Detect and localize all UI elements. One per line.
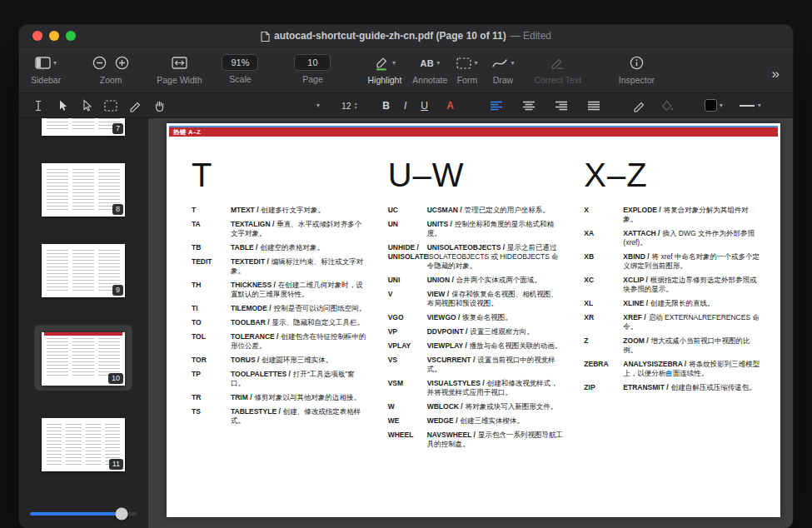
highlight-button[interactable]: ▾ Highlight	[367, 54, 401, 85]
shortcut-entry: Z ZOOM /增大或减小当前视口中视图的比例。	[584, 336, 760, 355]
command-description: 管理已定义的用户坐标系。	[465, 206, 550, 214]
scale-field-group: 91% Scale	[222, 54, 258, 84]
bold-button[interactable]: B	[378, 100, 395, 112]
thumbnail-page-11[interactable]: 11	[42, 418, 125, 471]
shortcut-key: UNHIDE / UNISOLATE	[388, 243, 427, 271]
shortcut-entry: XA XATTACH /插入 DWG 文件作为外部参照 (xref)。	[584, 229, 760, 247]
thumbnail-page-8[interactable]: 8	[42, 163, 125, 217]
text-tool-icon[interactable]	[29, 97, 47, 115]
thumbnail-page-9[interactable]: 9	[42, 244, 125, 297]
zoom-in-icon[interactable]	[115, 56, 129, 70]
shortcut-entry: VGO VIEWGO /恢复命名视图。	[388, 313, 565, 322]
shortcut-entry: TI TILEMODE /控制是否可以访问图纸空间。	[192, 304, 368, 313]
color-well[interactable]: ▾	[705, 99, 723, 112]
underline-button[interactable]: U	[416, 100, 433, 112]
entry-list: X EXPLODE /将复合对象分解为其组件对象。 XA XATTACH /插入…	[584, 206, 760, 392]
column-x-z: X–Z X EXPLODE /将复合对象分解为其组件对象。 XA	[584, 157, 760, 454]
command-description: 合并两个实体或两个面域。	[456, 276, 541, 284]
thumbnail-page-10[interactable]: 10	[42, 332, 125, 386]
form-button[interactable]: ▾ Form	[456, 54, 477, 85]
sidebar-toggle-button[interactable]: ▾ Sidebar	[31, 54, 61, 85]
page-number-badge: 9	[112, 285, 123, 296]
command-description: 显示、隐藏和自定义工具栏。	[272, 318, 365, 326]
draw-button[interactable]: ▾ Draw	[491, 54, 514, 85]
shortcut-key: VS	[388, 356, 427, 374]
shortcut-key: TEDIT	[192, 257, 231, 276]
text-color-button[interactable]: A	[442, 100, 459, 112]
page-width-button[interactable]: Page Width	[157, 54, 202, 85]
shortcut-entry: TP TOOLPALETTES /打开“工具选项板”窗口。	[192, 370, 368, 388]
font-size-stepper[interactable]: 12 ▲ ▼	[341, 101, 358, 111]
command-description: 控制是否可以访问图纸空间。	[274, 304, 366, 312]
marker-pen-icon[interactable]	[630, 97, 648, 115]
command-name: UNISOLATEOBJECTS /	[427, 243, 505, 252]
shortcut-entry: XC XCLIP /根据指定边界修剪选定外部参照或块参照的显示。	[584, 276, 760, 294]
inspector-button[interactable]: Inspector	[619, 54, 655, 85]
thumbnail-zoom-slider[interactable]	[19, 500, 147, 528]
shortcut-key: W	[388, 402, 427, 411]
zoom-out-icon[interactable]	[92, 56, 107, 70]
document-viewport[interactable]: 热键 A–Z T T MTEXT /创建多行文字对象。	[148, 118, 793, 528]
pencil-tool-icon[interactable]	[126, 97, 144, 115]
shortcut-key: TOR	[192, 356, 231, 365]
align-justify-icon[interactable]	[585, 97, 603, 115]
stroke-style-dropdown[interactable]: ▾	[740, 102, 761, 109]
shortcut-entry: UNI UNION /合并两个实体或两个面域。	[388, 276, 565, 285]
toolbar-overflow-button[interactable]: »	[770, 67, 781, 81]
cursor-tool-icon[interactable]	[77, 97, 96, 115]
shortcut-text: TABLESTYLE /创建、修改或指定表格样式。	[231, 407, 368, 426]
shortcut-key: XA	[584, 229, 623, 247]
shortcut-key: VGO	[388, 313, 427, 322]
shortcut-text: TABLE /创建空的表格对象。	[231, 243, 368, 252]
align-left-icon[interactable]	[487, 97, 506, 115]
shortcut-entry: WE WEDGE /创建三维实体楔体。	[388, 416, 565, 426]
italic-button[interactable]: I	[397, 100, 414, 112]
command-name: TEXTEDIT /	[231, 257, 269, 266]
shortcut-key: VP	[388, 327, 427, 336]
marquee-select-tool-icon[interactable]	[102, 97, 120, 115]
shortcut-key: UNI	[388, 276, 427, 285]
align-center-icon[interactable]	[520, 97, 538, 115]
thumbnail-page-7[interactable]: 7	[42, 118, 125, 136]
fullscreen-window-button[interactable]	[66, 31, 76, 41]
slider-handle[interactable]	[116, 508, 128, 521]
command-name: TOLERANCE /	[231, 332, 278, 341]
command-name: XCLIP /	[623, 276, 648, 284]
annotate-button[interactable]: AB ▾ Annotate	[412, 54, 447, 85]
shortcut-entry: TA TEXTALIGN /垂直、水平或倾斜对齐多个文字对象。	[192, 220, 368, 238]
font-family-dropdown[interactable]: ▾	[267, 102, 320, 109]
minimize-window-button[interactable]	[49, 31, 59, 41]
shortcut-columns: T T MTEXT /创建多行文字对象。 TA	[167, 137, 780, 454]
column-u-w: U–W UC UCSMAN /管理已定义的用户坐标系。 UN	[388, 157, 565, 454]
shortcut-entry: WHEEL NAVSWHEEL /显示包含一系列视图导航工具的控制盘。	[388, 431, 565, 449]
command-description: 创建多行文字对象。	[262, 206, 326, 214]
select-tool-icon[interactable]	[53, 97, 72, 115]
close-window-button[interactable]	[32, 31, 42, 41]
command-name: TORUS /	[231, 356, 259, 364]
shortcut-key: T	[192, 206, 231, 215]
shortcut-text: UCSMAN /管理已定义的用户坐标系。	[427, 206, 565, 215]
command-name: THICKNESS /	[231, 281, 276, 289]
shortcut-text: UNISOLATEOBJECTS /显示之前已通过 ISOLATEOBJECTS…	[427, 243, 565, 271]
stepper-arrows-icon[interactable]: ▲ ▼	[354, 102, 358, 109]
shortcut-key: TB	[192, 243, 231, 252]
shortcut-key: TO	[192, 318, 231, 327]
slider-track[interactable]	[30, 512, 137, 516]
command-description: 创建三维实体楔体。	[461, 416, 525, 425]
shortcut-key: UN	[388, 220, 427, 238]
command-description: 创建圆环形三维实体。	[262, 356, 332, 364]
stroke-fill-group	[630, 97, 676, 115]
align-right-icon[interactable]	[552, 97, 570, 115]
shortcut-entry: XR XREF /启动 EXTERNALREFERENCES 命令。	[584, 313, 760, 331]
hand-tool-icon[interactable]	[150, 97, 168, 115]
page-number-input[interactable]: 10	[294, 54, 331, 71]
shortcut-key: VSM	[388, 379, 427, 397]
shortcut-text: ETRANSMIT /创建自解压或压缩传递包。	[623, 383, 760, 392]
command-name: VIEWGO /	[427, 313, 461, 321]
shortcut-entry: VSM VISUALSTYLES /创建和修改视觉样式，并将视觉样式应用于视口。	[388, 379, 565, 397]
scale-input[interactable]: 91%	[222, 54, 258, 71]
command-name: EXPLODE /	[623, 206, 660, 214]
app-window: autocad-shortcut-guide-zh-cn.pdf (Page 1…	[19, 25, 793, 528]
command-description: 创建无限长的直线。	[650, 299, 715, 307]
font-size-value: 12	[341, 101, 351, 111]
